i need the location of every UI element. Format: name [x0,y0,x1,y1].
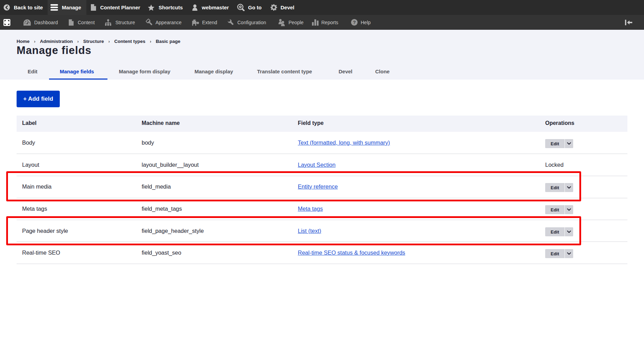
svg-text:?: ? [353,20,356,25]
